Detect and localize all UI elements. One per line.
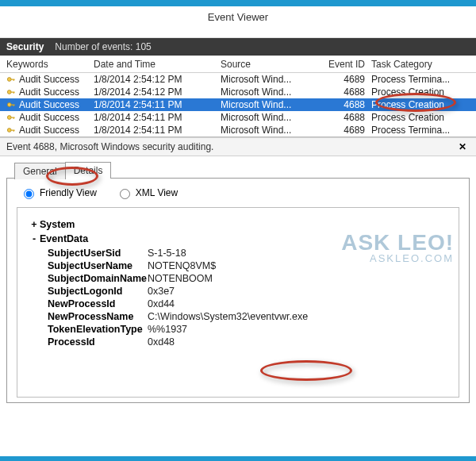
field-label: SubjectUserName [29,260,148,271]
table-row[interactable]: Audit Success1/8/2014 2:54:12 PMMicrosof… [0,73,476,86]
field-label: SubjectLogonId [29,286,148,297]
eventdata-field: SubjectUserNameNOTENQ8VM$ [29,260,449,271]
cell-task-category: Process Termina... [371,125,466,136]
key-icon [6,75,16,84]
field-value: 0x3e7 [148,286,175,297]
top-accent [0,0,476,6]
key-icon [6,125,16,135]
svg-point-2 [7,103,11,107]
cell-event-id: 4689 [316,74,371,85]
cell-task-category: Process Termina... [371,74,466,85]
col-task-category[interactable]: Task Category [371,59,466,70]
eventdata-section[interactable]: - EventData [29,233,449,244]
eventdata-field: TokenElevationType%%1937 [29,324,449,335]
cell-task-category: Process Creation [371,112,466,123]
table-row[interactable]: Audit Success1/8/2014 2:54:12 PMMicrosof… [0,86,476,98]
svg-point-3 [7,116,11,120]
column-headers[interactable]: Keywords Date and Time Source Event ID T… [0,56,476,73]
field-label: ProcessId [29,336,148,348]
eventdata-field: SubjectDomainNameNOTENBOOM [29,273,449,284]
collapse-icon[interactable]: - [29,233,40,244]
key-icon [6,87,16,97]
svg-point-0 [7,78,11,82]
window-title: Event Viewer [0,6,476,38]
cell-keywords: Audit Success [6,112,94,123]
event-list: Keywords Date and Time Source Event ID T… [0,56,476,137]
cell-task-category: Process Creation [371,86,466,98]
friendly-view-box: + System - EventData SubjectUserSidS-1-5… [17,207,459,398]
field-label: SubjectDomainName [29,273,148,284]
key-icon [6,100,16,109]
cell-task-category: Process Creation [371,99,466,110]
cell-source: Microsoft Wind... [221,125,316,136]
field-value: C:\Windows\System32\eventvwr.exe [148,311,308,322]
field-label: SubjectUserSid [29,248,148,259]
cell-datetime: 1/8/2014 2:54:11 PM [94,99,221,110]
eventdata-field: ProcessId0xd48 [29,336,449,348]
col-keywords[interactable]: Keywords [6,59,94,70]
radio-xml-input[interactable] [120,189,130,199]
cell-event-id: 4689 [316,125,371,136]
tab-body: Friendly View XML View + System - EventD… [6,178,470,403]
cell-keywords: Audit Success [6,74,94,85]
key-icon [6,113,16,122]
view-mode-radios: Friendly View XML View [20,186,459,199]
radio-xml-view[interactable]: XML View [116,186,178,199]
tab-details[interactable]: Details [65,162,112,179]
table-row[interactable]: Audit Success1/8/2014 2:54:11 PMMicrosof… [0,111,476,124]
eventdata-field: SubjectUserSidS-1-5-18 [29,248,449,259]
eventdata-field: NewProcessId0xd44 [29,298,449,309]
log-name: Security [6,41,44,52]
col-datetime[interactable]: Date and Time [94,59,221,70]
table-row[interactable]: Audit Success1/8/2014 2:54:11 PMMicrosof… [0,124,476,136]
field-value: 0xd48 [148,336,175,348]
tab-general[interactable]: General [14,163,66,179]
event-count: Number of events: 105 [55,41,151,52]
detail-tabs: General Details [14,161,470,178]
svg-point-1 [7,90,11,94]
eventdata-field: SubjectLogonId0x3e7 [29,286,449,297]
radio-friendly-view[interactable]: Friendly View [20,186,97,199]
close-icon[interactable]: ✕ [455,141,470,152]
svg-point-4 [7,129,11,133]
field-label: NewProcessName [29,311,148,322]
field-label: TokenElevationType [29,324,148,335]
field-label: NewProcessId [29,298,148,309]
field-value: 0xd44 [148,298,175,309]
cell-datetime: 1/8/2014 2:54:11 PM [94,112,221,123]
system-label: System [40,219,75,230]
system-section[interactable]: + System [29,219,449,230]
cell-keywords: Audit Success [6,125,94,136]
field-value: NOTENQ8VM$ [148,260,216,271]
cell-event-id: 4688 [316,86,371,98]
radio-friendly-input[interactable] [24,189,34,199]
cell-datetime: 1/8/2014 2:54:12 PM [94,74,221,85]
detail-header-bar: Event 4688, Microsoft Windows security a… [0,137,476,156]
cell-event-id: 4688 [316,99,371,110]
cell-datetime: 1/8/2014 2:54:11 PM [94,125,221,136]
cell-source: Microsoft Wind... [221,86,316,98]
detail-header-text: Event 4688, Microsoft Windows security a… [6,141,213,152]
log-info-bar: Security Number of events: 105 [0,38,476,56]
col-event-id[interactable]: Event ID [316,59,371,70]
cell-source: Microsoft Wind... [221,99,316,110]
bottom-accent [0,456,476,461]
cell-datetime: 1/8/2014 2:54:12 PM [94,86,221,98]
eventdata-label: EventData [40,233,88,244]
table-row[interactable]: Audit Success1/8/2014 2:54:11 PMMicrosof… [0,98,476,111]
field-value: S-1-5-18 [148,248,186,259]
eventdata-field: NewProcessNameC:\Windows\System32\eventv… [29,311,449,322]
radio-xml-label: XML View [136,187,178,198]
field-value: NOTENBOOM [148,273,213,284]
expand-icon[interactable]: + [29,219,40,230]
cell-source: Microsoft Wind... [221,112,316,123]
field-value: %%1937 [148,324,187,335]
cell-keywords: Audit Success [6,86,94,98]
radio-friendly-label: Friendly View [40,187,97,198]
cell-keywords: Audit Success [6,99,94,110]
cell-event-id: 4688 [316,112,371,123]
cell-source: Microsoft Wind... [221,74,316,85]
col-source[interactable]: Source [221,59,316,70]
